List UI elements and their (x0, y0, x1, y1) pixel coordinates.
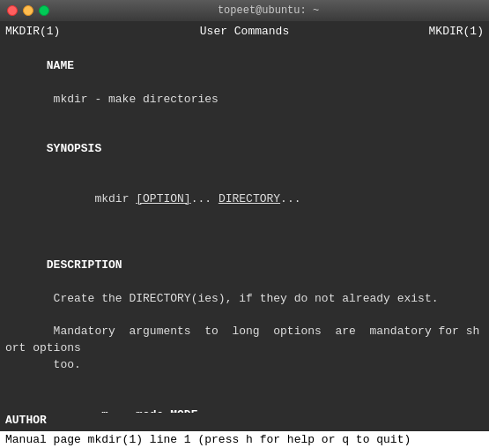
desc-line4: too. (5, 357, 484, 374)
name-content: mkdir - make directories (5, 92, 484, 108)
maximize-button[interactable] (39, 5, 49, 16)
status-text: Manual page mkdir(1) line 1 (press h for… (5, 433, 411, 446)
name-spacer (5, 108, 484, 124)
terminal-window: topeet@ubuntu: ~ MKDIR(1) User Commands … (0, 0, 489, 448)
man-page-header: MKDIR(1) User Commands MKDIR(1) (5, 25, 484, 38)
description-heading: DESCRIPTION (5, 241, 484, 291)
desc-spacer1 (5, 308, 484, 325)
man-header-left: MKDIR(1) (5, 25, 60, 38)
title-bar: topeet@ubuntu: ~ (0, 0, 489, 21)
desc-line3: Mandatory arguments to long options are … (5, 324, 484, 357)
man-header-center: User Commands (200, 25, 289, 38)
opt-m-label: -m, --mode=MODE (5, 391, 484, 413)
man-header-right: MKDIR(1) (429, 25, 484, 38)
author-heading: AUTHOR (5, 413, 484, 429)
terminal-body[interactable]: MKDIR(1) User Commands MKDIR(1) NAME mkd… (0, 21, 489, 413)
desc-spacer2 (5, 374, 484, 391)
status-bar: Manual page mkdir(1) line 1 (press h for… (0, 431, 489, 448)
synopsis-content: mkdir [OPTION]... DIRECTORY... (5, 175, 484, 225)
window-title: topeet@ubuntu: ~ (55, 4, 482, 17)
synopsis-spacer (5, 224, 484, 241)
name-heading: NAME (5, 41, 484, 92)
synopsis-heading: SYNOPSIS (5, 124, 484, 175)
minimize-button[interactable] (23, 5, 33, 16)
close-button[interactable] (7, 5, 18, 16)
desc-line1: Create the DIRECTORY(ies), if they do no… (5, 291, 484, 308)
